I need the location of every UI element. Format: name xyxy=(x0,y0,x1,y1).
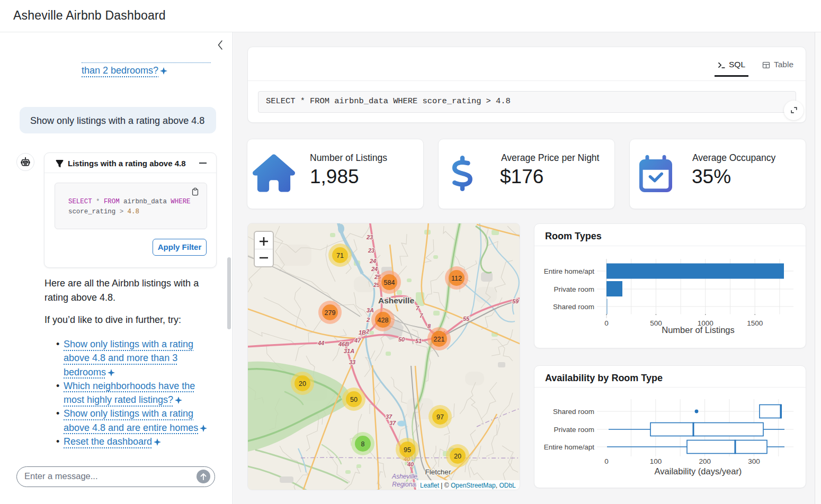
svg-text:Airport: Airport xyxy=(395,489,414,490)
svg-text:112: 112 xyxy=(451,275,462,282)
svg-text:59: 59 xyxy=(512,298,519,304)
svg-text:Entire home/apt: Entire home/apt xyxy=(544,267,595,275)
svg-text:Fletcher: Fletcher xyxy=(425,468,451,476)
svg-text:300: 300 xyxy=(748,457,760,465)
svg-text:Availability (days/year): Availability (days/year) xyxy=(655,466,742,476)
svg-text:0: 0 xyxy=(604,457,609,465)
svg-text:40: 40 xyxy=(407,461,414,467)
svg-text:37: 37 xyxy=(389,420,396,426)
svg-text:1500: 1500 xyxy=(747,319,763,327)
svg-text:20: 20 xyxy=(454,453,461,460)
svg-text:Private room: Private room xyxy=(554,285,594,293)
svg-text:50: 50 xyxy=(398,336,405,343)
svg-text:33: 33 xyxy=(349,359,355,365)
svg-text:Asheville: Asheville xyxy=(378,296,414,305)
svg-text:100: 100 xyxy=(650,457,662,465)
svg-text:500: 500 xyxy=(650,319,662,327)
svg-text:221: 221 xyxy=(434,336,445,343)
svg-text:3A: 3A xyxy=(367,307,374,313)
svg-text:Regional: Regional xyxy=(392,481,417,488)
svg-text:71: 71 xyxy=(336,252,344,259)
svg-text:8: 8 xyxy=(427,323,431,329)
svg-text:7: 7 xyxy=(420,312,423,319)
svg-text:46B: 46B xyxy=(338,341,349,347)
svg-text:24: 24 xyxy=(371,266,378,272)
svg-text:Shared room: Shared room xyxy=(553,303,594,311)
svg-text:20: 20 xyxy=(299,380,306,388)
svg-text:Asheville: Asheville xyxy=(391,473,417,480)
svg-text:47: 47 xyxy=(354,337,361,344)
svg-text:Number of Listings: Number of Listings xyxy=(662,325,735,335)
svg-text:Private room: Private room xyxy=(554,426,594,434)
svg-text:Entire home/apt: Entire home/apt xyxy=(544,443,595,451)
svg-text:584: 584 xyxy=(384,279,395,286)
svg-text:24: 24 xyxy=(369,258,376,264)
svg-text:50: 50 xyxy=(350,396,358,403)
svg-text:Shared room: Shared room xyxy=(553,408,594,416)
svg-text:55: 55 xyxy=(463,316,470,322)
svg-text:51: 51 xyxy=(415,338,422,344)
svg-text:23: 23 xyxy=(366,234,373,240)
svg-text:1B: 1B xyxy=(359,329,366,336)
svg-text:0: 0 xyxy=(604,319,609,327)
svg-text:8: 8 xyxy=(361,440,365,448)
svg-text:23: 23 xyxy=(368,247,374,254)
svg-text:428: 428 xyxy=(378,317,389,324)
svg-text:7: 7 xyxy=(416,305,420,311)
svg-text:2: 2 xyxy=(366,317,370,323)
svg-text:Leaflet | © OpenStreetMap, ODb: Leaflet | © OpenStreetMap, ODbL xyxy=(420,482,516,489)
svg-text:97: 97 xyxy=(436,413,444,421)
svg-text:44: 44 xyxy=(317,340,324,346)
svg-text:31A: 31A xyxy=(344,348,354,354)
svg-text:37: 37 xyxy=(386,413,392,420)
svg-text:200: 200 xyxy=(699,457,711,465)
svg-text:279: 279 xyxy=(325,309,336,317)
svg-text:95: 95 xyxy=(404,446,411,454)
